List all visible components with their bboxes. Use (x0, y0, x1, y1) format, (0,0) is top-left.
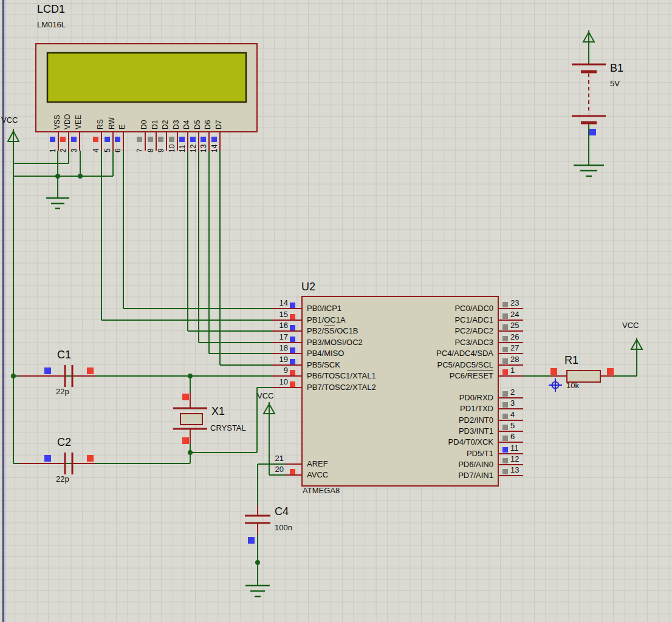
mcu-pin-number: 27 (510, 344, 519, 352)
battery-ref-label[interactable]: B1 (610, 63, 623, 74)
schematic-canvas: VCC VCC VCC LCD1 LM016L U2 ATMEGA8 B1 5V… (0, 0, 672, 622)
mcu.left_pins.3.label-label: PB3/MOSI/OC2 (307, 338, 363, 347)
origin-marker-icon[interactable] (549, 378, 562, 392)
pin-square[interactable] (290, 469, 295, 474)
vcc-label-left[interactable]: VCC (1, 116, 18, 125)
lcd-ref-label[interactable]: LCD1 (37, 4, 65, 15)
pin-square[interactable] (502, 302, 508, 307)
lcd-pin-name: D0 (140, 99, 148, 129)
pin-square[interactable] (607, 368, 614, 375)
mcu-pin-number: 9 (261, 366, 288, 375)
c2-value-label[interactable]: 22p (56, 475, 69, 484)
lcd-pin-name: D7 (215, 99, 223, 129)
mcu-value-label[interactable]: ATMEGA8 (303, 487, 340, 495)
lcd-pin-number: 2 (60, 139, 67, 152)
mcu-pin-number: 4 (510, 411, 515, 419)
battery-value-label[interactable]: 5V (610, 80, 620, 88)
mcu.left_pins.5.label-label: PB5/SCK (307, 361, 340, 369)
pin-square[interactable] (44, 367, 51, 374)
c1-ref-label[interactable]: C1 (57, 349, 71, 361)
pin-square[interactable] (290, 359, 295, 364)
crystal-body[interactable] (180, 414, 202, 425)
mcu.right_pins_bottom.1.label-label: PD1/TXD (372, 405, 493, 413)
c4-value-label[interactable]: 100n (275, 524, 292, 532)
mcu.right_pins_top.1.label-label: PC1/ADC1 (372, 316, 493, 324)
pin-square[interactable] (290, 314, 295, 320)
mcu-ref-label[interactable]: U2 (301, 281, 315, 293)
pin-square[interactable] (502, 347, 508, 352)
lcd-pin-name: D2 (162, 99, 170, 129)
pin-square[interactable] (182, 394, 189, 400)
c4-ref-label[interactable]: C4 (275, 506, 289, 518)
lcd-pin-number: 3 (70, 139, 78, 152)
mcu.right_pins_bottom.7.label-label: PD7/AIN1 (372, 471, 493, 480)
pin-square[interactable] (290, 381, 295, 387)
pin-square[interactable] (44, 455, 51, 462)
mcu.left_pins.2.label-label: PB2/SS/OC1B (307, 327, 358, 335)
pin-square[interactable] (290, 347, 295, 353)
lcd-pin-number: 14 (211, 139, 219, 152)
vcc-label-right[interactable]: VCC (622, 321, 639, 330)
lcd-pin-number: 5 (104, 139, 112, 152)
pin-square[interactable] (290, 302, 295, 308)
mcu-pin-number: 12 (510, 455, 519, 463)
c1-value-label[interactable]: 22p (56, 388, 69, 396)
pin-square[interactable] (248, 537, 255, 544)
junction-dot (188, 374, 193, 378)
pin-square[interactable] (502, 369, 508, 375)
pin-square[interactable] (182, 437, 189, 444)
mcu-pin-number: 10 (261, 378, 288, 386)
pin-square[interactable] (502, 425, 508, 430)
lcd-pin-number: 10 (168, 139, 176, 152)
mcu-pin-number: 19 (261, 355, 288, 364)
lcd-pin-name: D6 (204, 99, 212, 129)
pin-square[interactable] (87, 455, 94, 462)
lcd-screen[interactable] (47, 53, 246, 102)
crystal-value-label[interactable]: CRYSTAL (210, 424, 246, 432)
mcu.left_pins.7.label-label: PB7/TOSC2/XTAL2 (307, 383, 376, 392)
pin-square[interactable] (290, 325, 295, 330)
mcu-pin-number: 24 (510, 310, 519, 319)
crystal-ref-label[interactable]: X1 (211, 406, 225, 417)
pin-square[interactable] (290, 337, 295, 342)
vcc-label-mid[interactable]: VCC (257, 392, 273, 400)
resistor-ref-label[interactable]: R1 (564, 355, 578, 366)
resistor-value-label[interactable]: 10k (566, 381, 579, 390)
lcd-pin-number: 13 (200, 139, 208, 152)
mcu.left_pins.4.label-label: PB4/MISO (307, 349, 344, 358)
mcu.bottom_left_pins.0.label-label: AREF (307, 460, 328, 468)
c2-ref-label[interactable]: C2 (57, 437, 71, 448)
mcu.right_pins_top.3.label-label: PC3/ADC3 (372, 338, 493, 347)
mcu-pin-number: 11 (510, 444, 519, 453)
mcu.left_pins.6.label-label: PB6/TOSC1/XTAL1 (307, 372, 376, 380)
mcu-pin-number: 25 (510, 321, 519, 330)
pin-square[interactable] (502, 324, 508, 330)
mcu.right_pins_top.5.label-label: PC5/ADC5/SCL (372, 361, 493, 369)
pin-square[interactable] (502, 436, 508, 441)
lcd-pin-name: D3 (173, 99, 180, 129)
pin-square[interactable] (502, 358, 508, 364)
pin-square[interactable] (502, 469, 508, 474)
mcu-pin-number: 6 (510, 432, 515, 441)
mcu.bottom_left_pins.1.label-label: AVCC (307, 471, 328, 479)
mcu.right_pins_top.2.label-label: PC2/ADC2 (372, 327, 493, 335)
pin-square[interactable] (502, 313, 508, 319)
pin-square[interactable] (502, 336, 508, 341)
pin-square[interactable] (502, 447, 508, 453)
pin-square[interactable] (502, 402, 508, 408)
pin-square[interactable] (550, 368, 557, 375)
mcu-pin-number: 16 (261, 321, 288, 330)
mcu-pin-number: 15 (261, 310, 288, 319)
pin-square[interactable] (589, 129, 596, 135)
lcd-value-label[interactable]: LM016L (37, 21, 66, 29)
pin-square[interactable] (290, 370, 295, 375)
lcd-pin-number: 1 (49, 139, 57, 152)
sheet-border-navy (2, 0, 4, 622)
pin-square[interactable] (502, 391, 508, 397)
sheet-border-light (4, 0, 5, 622)
junction-dot (55, 174, 60, 179)
pin-square[interactable] (502, 414, 508, 419)
mcu-pin-number: 18 (261, 344, 288, 352)
pin-square[interactable] (502, 458, 508, 463)
pin-square[interactable] (87, 367, 94, 374)
